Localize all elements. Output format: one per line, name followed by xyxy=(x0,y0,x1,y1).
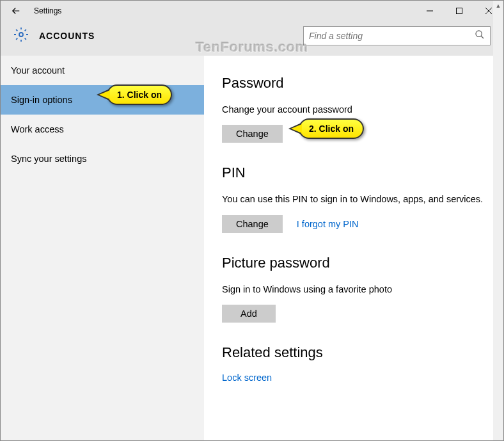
callout-2: 2. Click on xyxy=(299,118,364,139)
pin-button-row: Change I forgot my PIN xyxy=(222,215,485,233)
body: Your account Sign-in options Work access… xyxy=(1,56,503,440)
back-button[interactable] xyxy=(1,1,31,21)
sidebar-item-label: Work access xyxy=(11,124,64,134)
picture-desc: Sign in to Windows using a favorite phot… xyxy=(222,283,485,296)
gear-icon xyxy=(13,27,29,45)
picture-button-row: Add xyxy=(222,305,485,323)
sidebar-item-label: Sign-in options xyxy=(11,95,72,105)
svg-line-6 xyxy=(481,36,484,38)
callout-1: 1. Click on xyxy=(107,84,172,105)
header-left: ACCOUNTS xyxy=(13,27,95,45)
window-controls xyxy=(415,1,503,21)
search-box[interactable] xyxy=(303,26,491,45)
sidebar-item-label: Your account xyxy=(11,65,65,76)
page-title: ACCOUNTS xyxy=(39,31,95,41)
sidebar-item-your-account[interactable]: Your account xyxy=(1,56,204,85)
svg-rect-1 xyxy=(457,8,462,14)
maximize-button[interactable] xyxy=(445,1,474,21)
search-icon xyxy=(475,29,485,42)
pin-desc: You can use this PIN to sign in to Windo… xyxy=(222,193,485,205)
section-title-pin: PIN xyxy=(222,164,485,181)
change-pin-button[interactable]: Change xyxy=(222,215,283,233)
password-desc: Change your account password xyxy=(222,103,485,116)
svg-point-5 xyxy=(476,31,482,36)
svg-point-4 xyxy=(19,33,23,36)
section-title-password: Password xyxy=(222,75,485,92)
search-input[interactable] xyxy=(309,31,475,41)
section-title-picture-password: Picture password xyxy=(222,255,485,271)
sidebar: Your account Sign-in options Work access… xyxy=(1,56,204,440)
content: Password Change your account password Ch… xyxy=(204,56,503,440)
sidebar-item-work-access[interactable]: Work access xyxy=(1,115,204,144)
sidebar-item-label: Sync your settings xyxy=(11,154,86,164)
titlebar: Settings xyxy=(1,1,503,21)
settings-window: Settings ACCOUNTS TenForums.c xyxy=(0,0,504,441)
scrollbar[interactable]: ▲ xyxy=(493,56,503,440)
related-row: Lock screen xyxy=(222,373,485,383)
forgot-pin-link[interactable]: I forgot my PIN xyxy=(297,219,359,229)
section-title-related: Related settings xyxy=(222,344,485,361)
minimize-button[interactable] xyxy=(415,1,445,21)
window-title: Settings xyxy=(31,6,415,15)
lock-screen-link[interactable]: Lock screen xyxy=(222,373,272,383)
add-picture-password-button[interactable]: Add xyxy=(222,305,276,323)
watermark: TenForums.com xyxy=(196,39,308,56)
change-password-button[interactable]: Change xyxy=(222,125,283,143)
sidebar-item-sync-your-settings[interactable]: Sync your settings xyxy=(1,144,204,173)
